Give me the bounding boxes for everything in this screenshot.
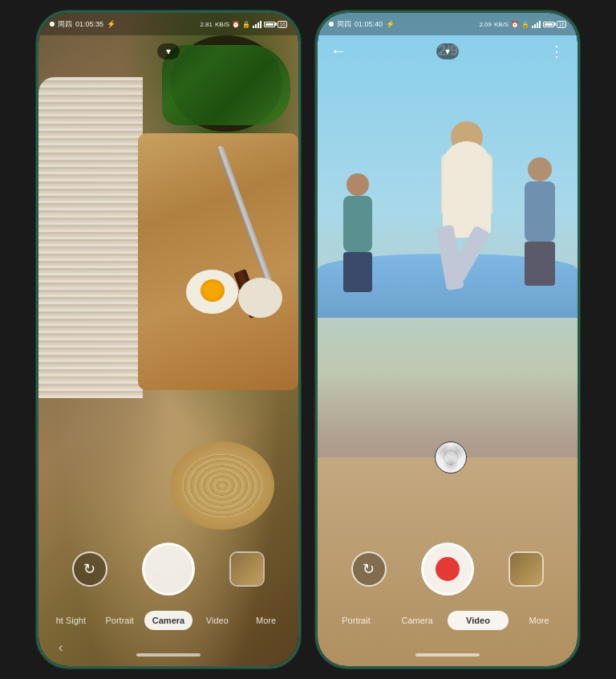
right-speed-display: 2.09 (479, 21, 492, 28)
right-flip-camera-button[interactable]: ↻ (351, 551, 387, 587)
right-status-right: 2.09 KB/S ⏰ 🔒 16 (479, 20, 566, 28)
home-bar (136, 653, 201, 657)
camera-controls: ↻ (38, 543, 298, 596)
header-back-button[interactable]: ← (330, 42, 346, 60)
egg-half (238, 278, 282, 318)
player-right-body (525, 181, 555, 242)
player-right-head (528, 157, 552, 181)
right-network-badge: 16 (557, 21, 566, 28)
player-left-legs (343, 252, 372, 292)
egg-white (186, 270, 238, 314)
status-left: 周四 01:05:35 ⚡ (50, 19, 116, 30)
egg-yolk (201, 279, 225, 302)
cutting-board (138, 133, 298, 390)
chevron-down-icon: ▾ (166, 46, 171, 57)
speed-unit: KB/S (215, 21, 229, 28)
left-phone: 周四 01:05:35 ⚡ 2.81 KB/S ⏰ 🔒 16 (36, 10, 301, 669)
battery-icon (264, 22, 275, 27)
right-phone: 周四 01:05:40 ⚡ 2.09 KB/S ⏰ 🔒 16 (315, 10, 580, 669)
right-bottom-navigation: Portrait Camera Video More (318, 611, 578, 630)
player-left-body (343, 196, 372, 252)
time-display: 01:05:35 (75, 20, 103, 28)
network-badge: 16 (278, 21, 287, 28)
main-player-body (443, 141, 491, 238)
right-alarm-icon: ⏰ (511, 21, 519, 28)
player-right-legs (525, 242, 555, 286)
right-signal-icon (532, 20, 541, 28)
nav-item-more[interactable]: More (241, 611, 290, 630)
shutter-button[interactable] (142, 543, 195, 596)
nav-item-night-sight[interactable]: ht Sight (47, 611, 95, 630)
lightning-icon: ⚡ (107, 20, 116, 28)
right-home-bar (415, 653, 480, 657)
right-lightning-icon: ⚡ (386, 20, 395, 28)
right-thumbnail-button[interactable] (509, 551, 544, 587)
right-day-label: 周四 (337, 19, 351, 30)
left-phone-screen: 周四 01:05:35 ⚡ 2.81 KB/S ⏰ 🔒 16 (38, 13, 298, 666)
nav-item-portrait[interactable]: Portrait (95, 611, 144, 630)
right-phone-screen: 周四 01:05:40 ⚡ 2.09 KB/S ⏰ 🔒 16 (318, 13, 578, 666)
status-bar: 周四 01:05:35 ⚡ 2.81 KB/S ⏰ 🔒 16 (38, 13, 298, 35)
thumbnail-image (231, 553, 263, 585)
right-nav-item-portrait[interactable]: Portrait (326, 611, 387, 630)
right-thumbnail-image (510, 553, 542, 585)
header-more-button[interactable]: ⋮ (549, 43, 565, 60)
flip-camera-icon: ↻ (83, 560, 95, 578)
speed-display: 2.81 (200, 21, 213, 28)
right-flip-camera-icon: ↻ (363, 560, 375, 578)
right-lock-icon: 🔒 (521, 21, 529, 28)
grain-bowl-inner (182, 453, 262, 518)
right-nav-item-camera[interactable]: Camera (387, 611, 448, 630)
status-dot (50, 22, 55, 26)
right-battery-icon (543, 22, 554, 27)
day-label: 周四 (58, 19, 72, 30)
egg-area (186, 270, 282, 334)
green-vegetable (162, 45, 290, 125)
right-camera-controls: ↻ (318, 543, 578, 596)
main-soccer-player (419, 109, 515, 318)
dropdown-indicator[interactable]: ▾ (157, 43, 180, 59)
status-right: 2.81 KB/S ⏰ 🔒 16 (200, 20, 287, 28)
right-dropdown-indicator[interactable]: ▾ (436, 43, 459, 59)
flip-camera-button[interactable]: ↻ (72, 551, 107, 587)
right-speed-unit: KB/S (494, 21, 509, 28)
alarm-icon: ⏰ (232, 21, 240, 28)
back-icon: ‹ (59, 640, 63, 654)
side-player-right (513, 157, 565, 310)
right-status-bar: 周四 01:05:40 ⚡ 2.09 KB/S ⏰ 🔒 16 (318, 13, 578, 35)
nav-item-camera[interactable]: Camera (144, 611, 193, 630)
right-nav-item-video[interactable]: Video (448, 611, 509, 630)
player-left-head (346, 173, 369, 196)
right-shutter-button[interactable] (421, 543, 474, 596)
right-chevron-down-icon: ▾ (445, 46, 450, 57)
noodle-decoration (38, 77, 143, 398)
thumbnail-button[interactable] (229, 551, 265, 587)
back-button[interactable]: ‹ (59, 640, 63, 655)
side-player-left (334, 173, 382, 318)
video-record-dot (436, 557, 460, 581)
nav-item-video[interactable]: Video (192, 611, 241, 630)
signal-icon (253, 20, 261, 28)
right-status-left: 周四 01:05:40 ⚡ (329, 19, 395, 30)
bottom-navigation: ht Sight Portrait Camera Video More (38, 611, 298, 630)
lock-icon: 🔒 (242, 21, 250, 28)
soccer-ball (435, 441, 467, 474)
right-time-display: 01:05:40 (355, 20, 383, 28)
right-status-dot (329, 22, 334, 26)
right-nav-item-more[interactable]: More (509, 611, 569, 630)
